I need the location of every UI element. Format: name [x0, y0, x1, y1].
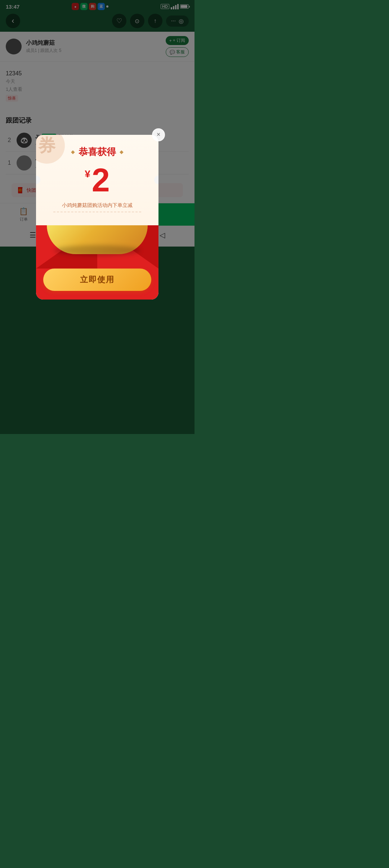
diamond-left: ◆ [71, 149, 75, 155]
congrats-text: 恭喜获得 [79, 146, 116, 158]
coupon-desc: 小鸡炖蘑菇团购活动内下单立减 [45, 202, 150, 209]
diamond-right: ◆ [120, 149, 124, 155]
amount-symbol: ¥ [85, 168, 90, 180]
modal-overlay: × 券 ◆ 恭喜获得 ◆ [0, 0, 194, 434]
use-btn-wrapper: 立即使用 [36, 269, 158, 300]
coupon-bg-circle: 券 [36, 135, 65, 164]
amount-number: 2 [92, 164, 110, 196]
notch-left [36, 176, 40, 184]
close-icon: × [157, 131, 161, 138]
close-button[interactable]: × [152, 128, 165, 141]
notch-right [154, 176, 158, 184]
coupon-divider [53, 212, 141, 212]
coupon-char: 券 [38, 135, 55, 157]
envelope-arch-shadow [54, 245, 140, 256]
use-now-button[interactable]: 立即使用 [43, 269, 151, 291]
amount-row: ¥ 2 [45, 164, 150, 196]
coupon-top: 券 ◆ 恭喜获得 ◆ ¥ 2 小鸡炖蘑菇团购活动内下单立减 [36, 135, 158, 225]
envelope-bottom [36, 225, 158, 269]
modal-wrapper: × 券 ◆ 恭喜获得 ◆ [36, 135, 158, 300]
modal-card: 券 ◆ 恭喜获得 ◆ ¥ 2 小鸡炖蘑菇团购活动内下单立减 [36, 135, 158, 300]
